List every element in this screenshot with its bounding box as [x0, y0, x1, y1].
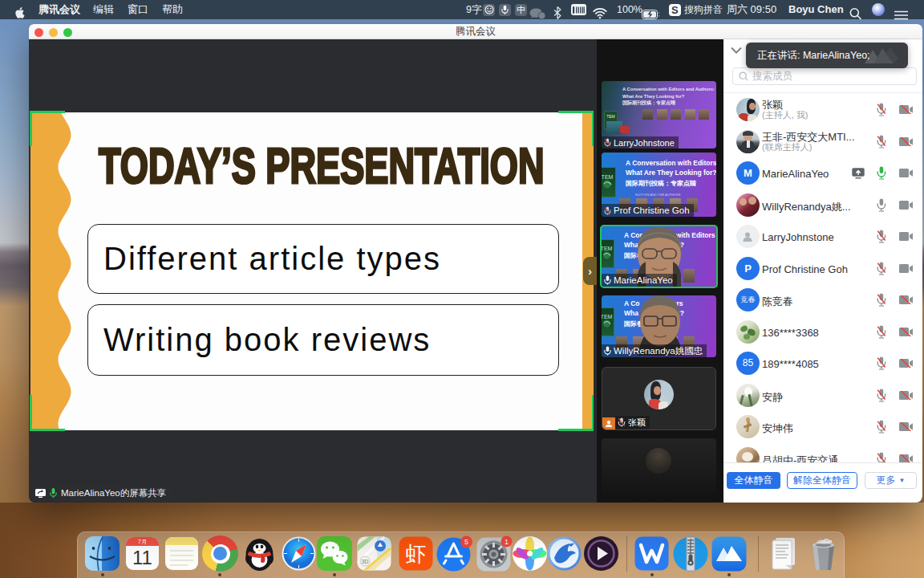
svg-text:11: 11 [132, 547, 152, 568]
svg-text:3D: 3D [362, 559, 369, 564]
svg-text:1: 1 [505, 538, 509, 546]
svg-text:5: 5 [464, 538, 468, 546]
svg-text:7月: 7月 [138, 539, 147, 545]
svg-text:虾: 虾 [406, 542, 427, 566]
